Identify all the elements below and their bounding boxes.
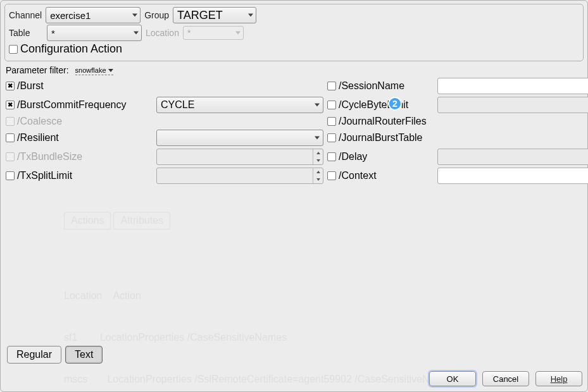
ok-button[interactable]: OK xyxy=(429,371,476,386)
checkbox-icon xyxy=(6,82,15,90)
cyclebytelimit-spinner[interactable] xyxy=(437,97,588,113)
txbundlesize-check: /TxBundleSize xyxy=(6,151,82,162)
resilient-check[interactable]: /Resilient xyxy=(6,132,59,144)
checkbox-icon xyxy=(327,152,336,161)
spinner-input[interactable] xyxy=(438,97,588,113)
chevron-down-icon xyxy=(248,14,253,17)
group-combo[interactable]: TARGET xyxy=(173,7,256,23)
burstcommitfreq-check[interactable]: /BurstCommitFrequency xyxy=(6,99,127,111)
location-value: * xyxy=(187,28,191,38)
view-tabs: Regular Text xyxy=(7,346,103,364)
table-combo[interactable]: * xyxy=(47,25,142,41)
channel-value: exercise1 xyxy=(50,10,91,21)
txsplitlimit-check[interactable]: /TxSplitLimit xyxy=(6,170,72,181)
dialog-buttons: OK Cancel Help xyxy=(429,371,582,386)
help-button[interactable]: Help xyxy=(535,371,582,386)
ghost-background: Actions Attributes Location Action sf1 L… xyxy=(64,184,582,392)
delay-spinner[interactable] xyxy=(437,149,588,165)
dialog-window: Channel exercise1 Group TARGET Table * L… xyxy=(0,0,588,392)
burstcommitfreq-combo[interactable]: CYCLE xyxy=(156,97,323,113)
cancel-button[interactable]: Cancel xyxy=(482,371,529,386)
location-combo: * xyxy=(183,26,244,40)
checkbox-icon xyxy=(6,101,15,109)
chevron-down-icon xyxy=(235,32,241,35)
context-input[interactable] xyxy=(437,168,588,184)
spinner-input[interactable] xyxy=(438,149,588,164)
table-label: Table xyxy=(9,28,37,38)
param-filter-value[interactable]: snowflake xyxy=(75,66,113,75)
config-action-label: Configuration Action xyxy=(20,42,122,56)
config-action-check[interactable]: Configuration Action xyxy=(9,42,122,56)
journalrouterfiles-check[interactable]: /JournalRouterFiles xyxy=(327,116,427,127)
checkbox-icon xyxy=(327,101,336,109)
chevron-down-icon xyxy=(108,69,113,72)
tab-regular[interactable]: Regular xyxy=(7,346,61,364)
checkbox-icon xyxy=(6,117,15,126)
txbundlesize-spinner[interactable] xyxy=(156,149,323,165)
checkbox-icon xyxy=(6,152,15,161)
param-filter-row: Parameter filter: snowflake xyxy=(6,65,584,75)
step-badge: 2 xyxy=(388,97,402,111)
context-check[interactable]: /Context xyxy=(327,170,377,181)
chevron-down-icon xyxy=(315,137,320,140)
chevron-up-icon[interactable] xyxy=(313,168,323,176)
journalbursttable-check[interactable]: /JournalBurstTable xyxy=(327,132,423,144)
delay-check[interactable]: /Delay xyxy=(327,151,367,162)
chevron-down-icon[interactable] xyxy=(313,176,323,183)
chevron-down-icon xyxy=(315,104,320,107)
sessionname-input[interactable] xyxy=(437,78,588,94)
sessionname-check[interactable]: /SessionName xyxy=(327,80,404,92)
chevron-down-icon xyxy=(132,14,137,17)
chevron-down-icon xyxy=(134,32,139,35)
checkbox-icon xyxy=(6,133,15,142)
tab-text[interactable]: Text xyxy=(65,346,103,364)
spinner-input[interactable] xyxy=(157,168,313,183)
table-value: * xyxy=(51,28,55,39)
burst-check[interactable]: /Burst xyxy=(6,80,44,92)
param-filter-label: Parameter filter: xyxy=(6,65,69,75)
location-label: Location xyxy=(146,28,179,38)
channel-label: Channel xyxy=(9,10,42,20)
group-value: TARGET xyxy=(177,9,223,22)
checkbox-icon xyxy=(9,45,18,54)
checkbox-icon xyxy=(327,117,336,126)
group-label: Group xyxy=(144,10,169,20)
coalesce-check: /Coalesce xyxy=(6,116,62,127)
checkbox-icon xyxy=(327,82,336,90)
checkbox-icon xyxy=(6,171,15,180)
checkbox-icon xyxy=(327,133,336,142)
resilient-combo[interactable] xyxy=(156,130,323,146)
txsplitlimit-spinner[interactable] xyxy=(156,168,323,184)
spinner-input[interactable] xyxy=(157,149,313,164)
checkbox-icon xyxy=(327,171,336,180)
channel-combo[interactable]: exercise1 xyxy=(46,7,141,23)
chevron-up-icon[interactable] xyxy=(313,149,323,157)
chevron-down-icon[interactable] xyxy=(313,157,323,164)
parameter-grid: /Burst /SessionName /BurstCommitFrequenc… xyxy=(4,78,584,184)
header-panel: Channel exercise1 Group TARGET Table * L… xyxy=(4,4,584,61)
